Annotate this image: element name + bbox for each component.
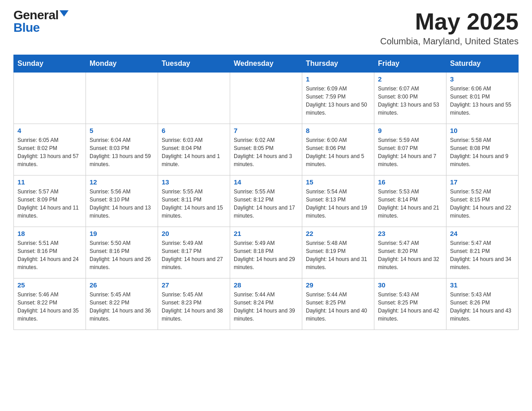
day-info: Sunrise: 5:44 AMSunset: 8:24 PMDaylight:… xyxy=(234,291,298,323)
day-number: 31 xyxy=(450,281,515,289)
weekday-header-wednesday: Wednesday xyxy=(230,55,302,73)
day-info: Sunrise: 6:00 AMSunset: 8:06 PMDaylight:… xyxy=(306,136,370,168)
calendar-cell: 7Sunrise: 6:02 AMSunset: 8:05 PMDaylight… xyxy=(230,124,302,176)
month-title: May 2025 xyxy=(380,9,519,34)
calendar-cell: 5Sunrise: 6:04 AMSunset: 8:03 PMDaylight… xyxy=(86,124,158,176)
day-info: Sunrise: 5:51 AMSunset: 8:16 PMDaylight:… xyxy=(17,239,82,271)
day-info: Sunrise: 5:53 AMSunset: 8:14 PMDaylight:… xyxy=(378,188,442,220)
day-number: 27 xyxy=(162,281,226,289)
page-header: General Blue May 2025 Columbia, Maryland… xyxy=(13,9,519,47)
calendar-cell: 19Sunrise: 5:50 AMSunset: 8:16 PMDayligh… xyxy=(86,227,158,278)
day-info: Sunrise: 5:46 AMSunset: 8:22 PMDaylight:… xyxy=(17,291,82,323)
day-number: 1 xyxy=(306,75,370,83)
calendar-cell: 18Sunrise: 5:51 AMSunset: 8:16 PMDayligh… xyxy=(14,227,86,278)
calendar-cell: 25Sunrise: 5:46 AMSunset: 8:22 PMDayligh… xyxy=(14,278,86,330)
day-info: Sunrise: 5:52 AMSunset: 8:15 PMDaylight:… xyxy=(450,188,515,220)
day-info: Sunrise: 6:07 AMSunset: 8:00 PMDaylight:… xyxy=(378,85,442,117)
day-info: Sunrise: 6:05 AMSunset: 8:02 PMDaylight:… xyxy=(17,136,82,168)
day-number: 26 xyxy=(90,281,154,289)
calendar-cell: 8Sunrise: 6:00 AMSunset: 8:06 PMDaylight… xyxy=(302,124,374,176)
day-info: Sunrise: 6:04 AMSunset: 8:03 PMDaylight:… xyxy=(90,136,154,168)
day-number: 28 xyxy=(234,281,298,289)
day-info: Sunrise: 5:43 AMSunset: 8:25 PMDaylight:… xyxy=(378,291,442,323)
day-info: Sunrise: 6:06 AMSunset: 8:01 PMDaylight:… xyxy=(450,85,515,117)
day-number: 9 xyxy=(378,127,442,134)
day-info: Sunrise: 5:57 AMSunset: 8:09 PMDaylight:… xyxy=(17,188,82,220)
day-number: 14 xyxy=(234,178,298,186)
day-number: 2 xyxy=(378,75,442,83)
weekday-header-row: SundayMondayTuesdayWednesdayThursdayFrid… xyxy=(14,55,519,73)
logo: General Blue xyxy=(13,9,69,34)
week-row-3: 11Sunrise: 5:57 AMSunset: 8:09 PMDayligh… xyxy=(14,176,519,227)
week-row-2: 4Sunrise: 6:05 AMSunset: 8:02 PMDaylight… xyxy=(14,124,519,176)
calendar-cell: 12Sunrise: 5:56 AMSunset: 8:10 PMDayligh… xyxy=(86,176,158,227)
day-number: 5 xyxy=(90,127,154,134)
day-info: Sunrise: 5:44 AMSunset: 8:25 PMDaylight:… xyxy=(306,291,370,323)
calendar-cell: 28Sunrise: 5:44 AMSunset: 8:24 PMDayligh… xyxy=(230,278,302,330)
calendar-cell: 13Sunrise: 5:55 AMSunset: 8:11 PMDayligh… xyxy=(158,176,230,227)
day-number: 29 xyxy=(306,281,370,289)
day-number: 24 xyxy=(450,230,515,237)
calendar-cell: 27Sunrise: 5:45 AMSunset: 8:23 PMDayligh… xyxy=(158,278,230,330)
calendar-cell: 14Sunrise: 5:55 AMSunset: 8:12 PMDayligh… xyxy=(230,176,302,227)
day-info: Sunrise: 5:45 AMSunset: 8:23 PMDaylight:… xyxy=(162,291,226,323)
weekday-header-friday: Friday xyxy=(374,55,446,73)
calendar-cell: 10Sunrise: 5:58 AMSunset: 8:08 PMDayligh… xyxy=(446,124,519,176)
calendar-cell: 29Sunrise: 5:44 AMSunset: 8:25 PMDayligh… xyxy=(302,278,374,330)
day-info: Sunrise: 5:59 AMSunset: 8:07 PMDaylight:… xyxy=(378,136,442,168)
day-info: Sunrise: 6:02 AMSunset: 8:05 PMDaylight:… xyxy=(234,136,298,168)
week-row-5: 25Sunrise: 5:46 AMSunset: 8:22 PMDayligh… xyxy=(14,278,519,330)
calendar-cell: 4Sunrise: 6:05 AMSunset: 8:02 PMDaylight… xyxy=(14,124,86,176)
day-info: Sunrise: 5:47 AMSunset: 8:21 PMDaylight:… xyxy=(450,239,515,271)
logo-triangle-icon xyxy=(60,10,69,17)
weekday-header-tuesday: Tuesday xyxy=(158,55,230,73)
day-number: 4 xyxy=(17,127,82,134)
day-number: 25 xyxy=(17,281,82,289)
day-number: 22 xyxy=(306,230,370,237)
day-number: 15 xyxy=(306,178,370,186)
calendar-cell: 31Sunrise: 5:43 AMSunset: 8:26 PMDayligh… xyxy=(446,278,519,330)
day-info: Sunrise: 5:47 AMSunset: 8:20 PMDaylight:… xyxy=(378,239,442,271)
calendar-cell: 17Sunrise: 5:52 AMSunset: 8:15 PMDayligh… xyxy=(446,176,519,227)
week-row-4: 18Sunrise: 5:51 AMSunset: 8:16 PMDayligh… xyxy=(14,227,519,278)
day-info: Sunrise: 5:48 AMSunset: 8:19 PMDaylight:… xyxy=(306,239,370,271)
calendar-cell: 2Sunrise: 6:07 AMSunset: 8:00 PMDaylight… xyxy=(374,73,446,124)
calendar-cell xyxy=(158,73,230,124)
day-info: Sunrise: 5:55 AMSunset: 8:12 PMDaylight:… xyxy=(234,188,298,220)
day-info: Sunrise: 5:43 AMSunset: 8:26 PMDaylight:… xyxy=(450,291,515,323)
day-info: Sunrise: 5:56 AMSunset: 8:10 PMDaylight:… xyxy=(90,188,154,220)
calendar-cell xyxy=(14,73,86,124)
day-number: 7 xyxy=(234,127,298,134)
day-info: Sunrise: 5:54 AMSunset: 8:13 PMDaylight:… xyxy=(306,188,370,220)
day-info: Sunrise: 5:58 AMSunset: 8:08 PMDaylight:… xyxy=(450,136,515,168)
calendar-cell: 11Sunrise: 5:57 AMSunset: 8:09 PMDayligh… xyxy=(14,176,86,227)
calendar-cell: 30Sunrise: 5:43 AMSunset: 8:25 PMDayligh… xyxy=(374,278,446,330)
calendar-cell: 16Sunrise: 5:53 AMSunset: 8:14 PMDayligh… xyxy=(374,176,446,227)
day-number: 23 xyxy=(378,230,442,237)
day-info: Sunrise: 5:49 AMSunset: 8:17 PMDaylight:… xyxy=(162,239,226,271)
calendar-cell: 26Sunrise: 5:45 AMSunset: 8:22 PMDayligh… xyxy=(86,278,158,330)
week-row-1: 1Sunrise: 6:09 AMSunset: 7:59 PMDaylight… xyxy=(14,73,519,124)
day-number: 3 xyxy=(450,75,515,83)
location-title: Columbia, Maryland, United States xyxy=(380,36,519,47)
calendar-cell: 20Sunrise: 5:49 AMSunset: 8:17 PMDayligh… xyxy=(158,227,230,278)
weekday-header-thursday: Thursday xyxy=(302,55,374,73)
calendar-cell: 22Sunrise: 5:48 AMSunset: 8:19 PMDayligh… xyxy=(302,227,374,278)
day-number: 10 xyxy=(450,127,515,134)
weekday-header-monday: Monday xyxy=(86,55,158,73)
weekday-header-saturday: Saturday xyxy=(446,55,519,73)
day-number: 21 xyxy=(234,230,298,237)
day-number: 8 xyxy=(306,127,370,134)
day-info: Sunrise: 5:55 AMSunset: 8:11 PMDaylight:… xyxy=(162,188,226,220)
calendar-cell xyxy=(86,73,158,124)
day-info: Sunrise: 6:03 AMSunset: 8:04 PMDaylight:… xyxy=(162,136,226,168)
day-number: 19 xyxy=(90,230,154,237)
day-number: 16 xyxy=(378,178,442,186)
day-number: 12 xyxy=(90,178,154,186)
logo-blue-text: Blue xyxy=(13,21,40,34)
day-number: 20 xyxy=(162,230,226,237)
calendar-cell: 21Sunrise: 5:49 AMSunset: 8:18 PMDayligh… xyxy=(230,227,302,278)
day-number: 18 xyxy=(17,230,82,237)
day-info: Sunrise: 5:49 AMSunset: 8:18 PMDaylight:… xyxy=(234,239,298,271)
calendar-cell: 15Sunrise: 5:54 AMSunset: 8:13 PMDayligh… xyxy=(302,176,374,227)
